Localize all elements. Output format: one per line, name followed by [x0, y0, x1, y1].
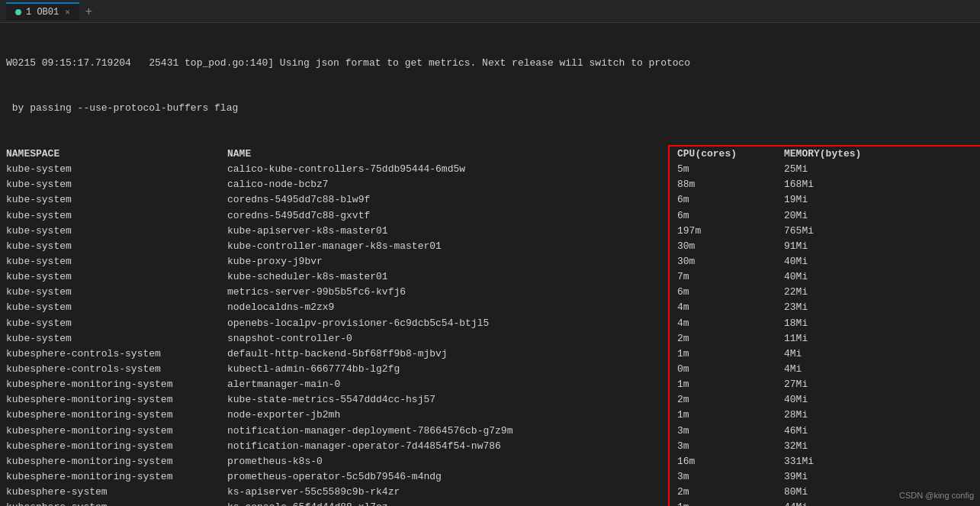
cell-name: kube-controller-manager-k8s-master01	[227, 239, 670, 254]
cell-namespace: kube-system	[6, 177, 227, 192]
cell-name: ks-console-65f4d44d88-xl7cz	[227, 500, 670, 506]
cell-cpu: 4m	[670, 316, 776, 331]
cell-memory: 80Mi	[776, 485, 891, 500]
cell-cpu: 16m	[670, 454, 776, 469]
warn-line-1: W0215 09:15:17.719204 25431 top_pod.go:1…	[6, 56, 974, 71]
header-memory: MEMORY(bytes)	[776, 147, 891, 162]
cell-memory: 27Mi	[776, 377, 891, 392]
cell-name: coredns-5495dd7c88-blw9f	[227, 192, 670, 208]
cell-namespace: kubesphere-monitoring-system	[6, 469, 227, 485]
table-row: kubesphere-controls-system default-http-…	[6, 346, 974, 362]
table-container: NAMESPACE NAME CPU(cores) MEMORY(bytes) …	[6, 147, 974, 506]
cell-cpu: 197m	[670, 224, 776, 239]
cell-name: notification-manager-deployment-78664576…	[227, 424, 670, 439]
cell-cpu: 1m	[670, 377, 776, 392]
cell-memory: 40Mi	[776, 254, 891, 269]
cell-name: kube-proxy-j9bvr	[227, 254, 670, 269]
table-header: NAMESPACE NAME CPU(cores) MEMORY(bytes)	[6, 147, 974, 162]
cell-name: notification-manager-operator-7d44854f54…	[227, 439, 670, 454]
cell-namespace: kubesphere-monitoring-system	[6, 439, 227, 454]
table-row: kube-system openebs-localpv-provisioner-…	[6, 316, 974, 331]
warn-line-2: by passing --use-protocol-buffers flag	[6, 101, 974, 116]
table-row: kube-system metrics-server-99b5b5fc6-kvf…	[6, 285, 974, 300]
cell-namespace: kubesphere-monitoring-system	[6, 408, 227, 423]
cell-memory: 40Mi	[776, 392, 891, 408]
terminal-content: W0215 09:15:17.719204 25431 top_pod.go:1…	[6, 26, 974, 145]
cell-namespace: kubesphere-monitoring-system	[6, 454, 227, 469]
cell-cpu: 7m	[670, 269, 776, 285]
table-row: kubesphere-monitoring-system prometheus-…	[6, 454, 974, 469]
cell-cpu: 2m	[670, 331, 776, 346]
cell-cpu: 6m	[670, 285, 776, 300]
cell-name: openebs-localpv-provisioner-6c9dcb5c54-b…	[227, 316, 670, 331]
header-namespace: NAMESPACE	[6, 147, 227, 162]
tab-label: 1 OB01	[26, 7, 59, 18]
cell-memory: 39Mi	[776, 469, 891, 485]
cell-memory: 25Mi	[776, 162, 891, 177]
cell-cpu: 2m	[670, 392, 776, 408]
cell-name: prometheus-operator-5c5db79546-m4ndg	[227, 469, 670, 485]
cell-cpu: 6m	[670, 208, 776, 224]
cell-name: calico-kube-controllers-75ddb95444-6md5w	[227, 162, 670, 177]
table-row: kubesphere-system ks-apiserver-55c5589c9…	[6, 485, 974, 500]
tab-dot	[15, 9, 21, 15]
table-row: kube-system calico-kube-controllers-75dd…	[6, 162, 974, 177]
table-row: kube-system kube-apiserver-k8s-master01 …	[6, 224, 974, 239]
cell-namespace: kubesphere-monitoring-system	[6, 377, 227, 392]
cell-name: node-exporter-jb2mh	[227, 408, 670, 423]
cell-namespace: kube-system	[6, 239, 227, 254]
add-tab-button[interactable]: +	[79, 2, 98, 21]
cell-cpu: 6m	[670, 192, 776, 208]
cell-name: kube-apiserver-k8s-master01	[227, 224, 670, 239]
table-row: kube-system coredns-5495dd7c88-blw9f 6m …	[6, 192, 974, 208]
cell-namespace: kube-system	[6, 162, 227, 177]
table-row: kubesphere-monitoring-system node-export…	[6, 408, 974, 423]
cell-memory: 23Mi	[776, 300, 891, 315]
cell-namespace: kubesphere-system	[6, 485, 227, 500]
cell-name: coredns-5495dd7c88-gxvtf	[227, 208, 670, 224]
cell-name: alertmanager-main-0	[227, 377, 670, 392]
cell-name: kube-scheduler-k8s-master01	[227, 269, 670, 285]
cell-namespace: kubesphere-controls-system	[6, 362, 227, 377]
cell-memory: 22Mi	[776, 285, 891, 300]
cell-cpu: 30m	[670, 254, 776, 269]
cell-name: calico-node-bcbz7	[227, 177, 670, 192]
tab-close-icon[interactable]: ✕	[65, 7, 70, 17]
terminal-tab[interactable]: 1 OB01 ✕	[6, 2, 79, 21]
cell-name: nodelocaldns-m2zx9	[227, 300, 670, 315]
cell-namespace: kube-system	[6, 331, 227, 346]
cell-namespace: kube-system	[6, 285, 227, 300]
cell-cpu: 1m	[670, 500, 776, 506]
table-row: kube-system kube-controller-manager-k8s-…	[6, 239, 974, 254]
cell-cpu: 0m	[670, 362, 776, 377]
cell-name: metrics-server-99b5b5fc6-kvfj6	[227, 285, 670, 300]
cell-namespace: kube-system	[6, 316, 227, 331]
cell-namespace: kube-system	[6, 300, 227, 315]
cell-cpu: 1m	[670, 408, 776, 423]
table-row: kube-system kube-proxy-j9bvr 30m 40Mi	[6, 254, 974, 269]
cell-name: prometheus-k8s-0	[227, 454, 670, 469]
cell-namespace: kube-system	[6, 208, 227, 224]
terminal: W0215 09:15:17.719204 25431 top_pod.go:1…	[0, 23, 980, 506]
cell-memory: 765Mi	[776, 224, 891, 239]
cell-name: kube-state-metrics-5547ddd4cc-hsj57	[227, 392, 670, 408]
cell-memory: 32Mi	[776, 439, 891, 454]
cell-namespace: kube-system	[6, 269, 227, 285]
cell-cpu: 5m	[670, 162, 776, 177]
cell-memory: 46Mi	[776, 424, 891, 439]
cell-cpu: 30m	[670, 239, 776, 254]
cell-cpu: 1m	[670, 346, 776, 362]
cell-cpu: 4m	[670, 300, 776, 315]
table-row: kubesphere-monitoring-system notificatio…	[6, 439, 974, 454]
cell-namespace: kubesphere-system	[6, 500, 227, 506]
cell-namespace: kubesphere-monitoring-system	[6, 424, 227, 439]
table-row: kubesphere-monitoring-system prometheus-…	[6, 469, 974, 485]
cell-memory: 168Mi	[776, 177, 891, 192]
cell-name: default-http-backend-5bf68ff9b8-mjbvj	[227, 346, 670, 362]
cell-memory: 19Mi	[776, 192, 891, 208]
cell-memory: 20Mi	[776, 208, 891, 224]
table-row: kube-system coredns-5495dd7c88-gxvtf 6m …	[6, 208, 974, 224]
cell-memory: 4Mi	[776, 362, 891, 377]
cell-namespace: kube-system	[6, 224, 227, 239]
cell-namespace: kubesphere-monitoring-system	[6, 392, 227, 408]
